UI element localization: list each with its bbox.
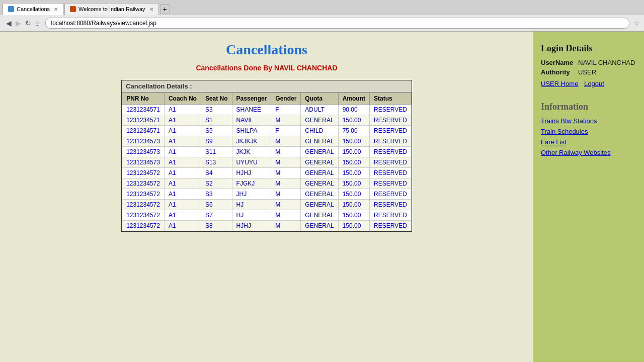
table-cell: A1	[164, 210, 201, 221]
back-button[interactable]: ◀	[4, 18, 14, 28]
table-cell: GENERAL	[301, 115, 338, 126]
col-passenger: Passenger	[232, 93, 271, 105]
table-cell: M	[271, 189, 301, 200]
refresh-button[interactable]: ↻	[23, 18, 33, 28]
table-cell: A1	[164, 115, 201, 126]
table-cell: 75.00	[338, 126, 369, 136]
table-cell: GENERAL	[301, 136, 338, 147]
table-cell: GENERAL	[301, 168, 338, 178]
table-cell: A1	[164, 147, 201, 157]
login-details-box: Login Details UserName NAVIL CHANCHAD Au…	[541, 39, 636, 92]
new-tab-button[interactable]: +	[160, 4, 170, 14]
table-cell: GENERAL	[301, 147, 338, 157]
table-row: 1231234571A1S1NAVILMGENERAL150.00RESERVE…	[122, 115, 412, 126]
table-cell: RESERVED	[370, 178, 412, 189]
table-row: 1231234572A1S2FJGKJMGENERAL150.00RESERVE…	[122, 178, 412, 189]
table-cell: GENERAL	[301, 189, 338, 200]
forward-button[interactable]: ▶	[14, 18, 23, 28]
tab-close-btn[interactable]: ✕	[54, 7, 58, 12]
table-cell: 1231234572	[122, 168, 165, 178]
tab-label-2: Welcome to Indian Railway	[78, 6, 145, 12]
table-cell: 1231234572	[122, 178, 165, 189]
table-cell: JKJKJK	[232, 136, 271, 147]
table-cell: NAVIL	[232, 115, 271, 126]
info-link-3[interactable]: Other Railway Websites	[541, 149, 636, 156]
rail-icon	[70, 6, 76, 12]
table-cell: 150.00	[338, 147, 369, 157]
table-cell: SHILPA	[232, 126, 271, 136]
col-coach: Coach No	[164, 93, 201, 105]
username-label: UserName	[541, 59, 576, 66]
table-cell: HJHJ	[232, 168, 271, 178]
table-cell: 1231234572	[122, 189, 165, 200]
table-cell: M	[271, 200, 301, 210]
table-cell: GENERAL	[301, 178, 338, 189]
table-cell: A1	[164, 157, 201, 168]
table-cell: GENERAL	[301, 157, 338, 168]
tab-close-btn-2[interactable]: ✕	[149, 7, 153, 12]
page-icon	[8, 6, 14, 12]
username-value: NAVIL CHANCHAD	[578, 59, 635, 66]
table-cell: 1231234571	[122, 115, 165, 126]
info-link-0[interactable]: Trains Btw Stations	[541, 117, 636, 125]
table-cell: F	[271, 126, 301, 136]
table-cell: F	[271, 105, 301, 115]
table-cell: A1	[164, 168, 201, 178]
table-cell: 1231234571	[122, 126, 165, 136]
table-section-header: Cancellation Details :	[122, 80, 412, 93]
table-cell: S4	[201, 168, 232, 178]
tab-indian-railway[interactable]: Welcome to Indian Railway ✕	[64, 3, 158, 15]
bookmark-button[interactable]: ☆	[633, 19, 640, 27]
authority-value: USER	[578, 68, 596, 76]
table-cell: A1	[164, 189, 201, 200]
table-cell: RESERVED	[370, 126, 412, 136]
table-row: 1231234572A1S8HJHJMGENERAL150.00RESERVED	[122, 221, 412, 231]
table-cell: S8	[201, 221, 232, 231]
table-row: 1231234571A1S5SHILPAFCHILD75.00RESERVED	[122, 126, 412, 136]
col-seat: Seat No	[201, 93, 232, 105]
table-cell: GENERAL	[301, 221, 338, 231]
table-cell: FJGKJ	[232, 178, 271, 189]
table-cell: S6	[201, 200, 232, 210]
table-cell: RESERVED	[370, 189, 412, 200]
login-links: USER Home Logout	[541, 80, 636, 87]
table-cell: RESERVED	[370, 136, 412, 147]
table-cell: JHJ	[232, 189, 271, 200]
table-cell: UYUYU	[232, 157, 271, 168]
table-cell: RESERVED	[370, 210, 412, 221]
col-amount: Amount	[338, 93, 369, 105]
table-cell: S7	[201, 210, 232, 221]
table-cell: S2	[201, 178, 232, 189]
home-button[interactable]: ⌂	[33, 18, 41, 28]
table-cell: 1231234573	[122, 136, 165, 147]
user-home-link[interactable]: USER Home	[541, 80, 578, 87]
table-cell: CHILD	[301, 126, 338, 136]
table-cell: GENERAL	[301, 210, 338, 221]
username-row: UserName NAVIL CHANCHAD	[541, 59, 636, 66]
table-cell: S3	[201, 105, 232, 115]
info-link-2[interactable]: Fare List	[541, 138, 636, 146]
col-gender: Gender	[271, 93, 301, 105]
table-cell: 1231234572	[122, 200, 165, 210]
info-links: Trains Btw StationsTrain SchedulesFare L…	[541, 117, 636, 156]
authority-label: Authority	[541, 68, 576, 76]
table-cell: S3	[201, 189, 232, 200]
logout-link[interactable]: Logout	[584, 80, 604, 87]
table-cell: 150.00	[338, 210, 369, 221]
table-cell: A1	[164, 136, 201, 147]
cancellation-table-wrapper: Cancellation Details : PNR No Coach No S…	[121, 80, 412, 232]
table-cell: 150.00	[338, 200, 369, 210]
table-cell: A1	[164, 200, 201, 210]
address-bar[interactable]	[45, 18, 629, 29]
col-quota: Quota	[301, 93, 338, 105]
table-cell: RESERVED	[370, 147, 412, 157]
table-cell: RESERVED	[370, 115, 412, 126]
table-cell: A1	[164, 178, 201, 189]
info-link-1[interactable]: Train Schedules	[541, 128, 636, 135]
table-cell: ADULT	[301, 105, 338, 115]
table-cell: RESERVED	[370, 221, 412, 231]
table-cell: 1231234571	[122, 105, 165, 115]
table-cell: 150.00	[338, 221, 369, 231]
table-cell: 150.00	[338, 115, 369, 126]
tab-cancellations[interactable]: Cancellations ✕	[3, 3, 63, 15]
